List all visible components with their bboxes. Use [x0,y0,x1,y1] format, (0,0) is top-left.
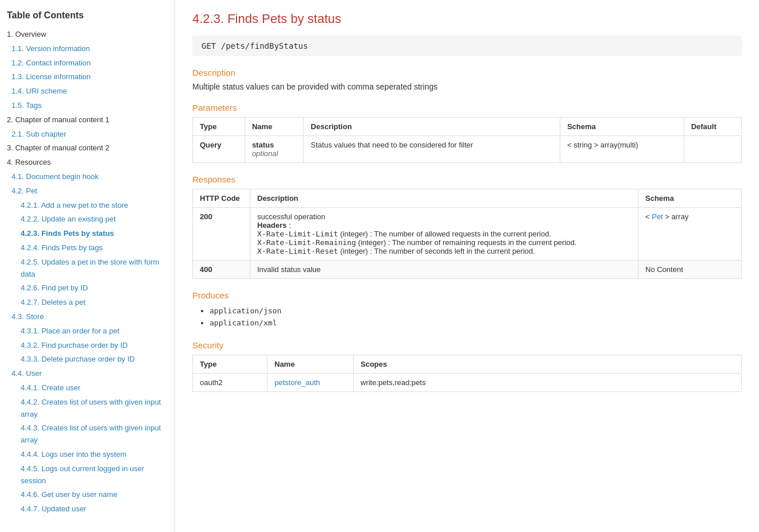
response-description: Invalid status value [250,261,638,279]
parameters-table: Type Name Description Schema Default Que… [192,117,742,163]
col-sec-scopes: Scopes [354,355,742,374]
col-schema: Schema [560,118,684,136]
sidebar-item-update-user[interactable]: 4.4.7. Updated user [0,502,175,517]
response-schema: No Content [638,261,742,279]
sidebar-item-user[interactable]: 4.4. User [0,367,175,381]
schema-link[interactable]: Pet [652,212,663,221]
sidebar-item-add-pet[interactable]: 4.2.1. Add a new pet to the store [0,199,175,213]
col-sec-name: Name [268,355,354,374]
response-schema: < Pet > array [638,208,742,261]
col-schema: Schema [638,189,742,208]
sidebar-item-version-info[interactable]: 1.1. Version information [0,42,175,56]
sidebar-item-chapter2[interactable]: 3. Chapter of manual content 2 [0,141,175,156]
sidebar-item-deletes-pet[interactable]: 4.2.7. Deletes a pet [0,296,175,310]
param-schema: < string > array(multi) [560,136,684,163]
sidebar-item-place-order[interactable]: 4.3.1. Place an order for a pet [0,324,175,339]
response-header-line: X-Rate-Limit-Remaining (integer) : The n… [257,238,631,247]
param-name: status optional [245,136,303,163]
response-desc-line: Invalid status value [257,265,631,274]
responses-title: Responses [192,174,742,184]
parameters-title: Parameters [192,103,742,112]
sidebar-item-logs-out[interactable]: 4.4.5. Logs out current logged in user s… [0,462,175,488]
response-description: successful operationHeaders :X-Rate-Limi… [250,208,638,261]
parameters-table-head: Type Name Description Schema Default [193,118,742,136]
sidebar-item-create-user[interactable]: 4.4.1. Create user [0,381,175,395]
sidebar-item-updates-pet-form[interactable]: 4.2.5. Updates a pet in the store with f… [0,255,175,282]
description-title: Description [192,68,742,77]
col-name: Name [245,118,303,136]
security-table: Type Name Scopes oauth2 petstore_auth wr… [192,355,742,392]
page-title: 4.2.3. Finds Pets by status [192,11,742,26]
col-desc: Description [250,189,638,208]
sidebar-item-delete-purchase[interactable]: 4.3.3. Delete purchase order by ID [0,352,175,367]
table-row: Query status optional Status values that… [193,136,742,163]
sidebar-item-finds-pets-status[interactable]: 4.2.3. Finds Pets by status [0,227,175,241]
col-type: Type [193,118,245,136]
sec-name: petstore_auth [268,374,354,392]
parameters-tbody: Query status optional Status values that… [193,136,742,163]
sec-type: oauth2 [193,374,268,392]
toc-title: Table of Contents [0,6,175,28]
responses-tbody: 200 successful operationHeaders :X-Rate-… [193,208,742,279]
response-header-line: X-Rate-Limit-Reset (integer) : The numbe… [257,247,631,255]
list-item: application/xml [210,317,742,329]
produces-title: Produces [192,290,742,300]
sidebar-item-contact-info[interactable]: 1.2. Contact information [0,56,175,71]
sidebar-item-logs-in[interactable]: 4.4.4. Logs user into the system [0,448,175,462]
sidebar-item-chapter1[interactable]: 2. Chapter of manual content 1 [0,113,175,127]
endpoint-box: GET /pets/findByStatus [192,36,742,56]
security-table-head: Type Name Scopes [193,355,742,374]
response-desc-line: successful operation [257,212,631,221]
sidebar-item-pet[interactable]: 4.2. Pet [0,184,175,199]
response-header-line: X-Rate-Limit-Limit (integer) : The numbe… [257,230,631,238]
table-row: 400 Invalid status value No Content [193,261,742,279]
sidebar-item-uri-scheme[interactable]: 1.4. URI scheme [0,84,175,99]
sidebar-item-overview[interactable]: 1. Overview [0,28,175,42]
param-description: Status values that need to be considered… [304,136,560,163]
produces-list: application/jsonapplication/xml [192,305,742,329]
col-sec-type: Type [193,355,268,374]
sec-scopes: write:pets,read:pets [354,374,742,392]
param-type: Query [193,136,245,163]
response-code: 200 [193,208,250,261]
sidebar-item-find-purchase[interactable]: 4.3.2. Find purchase order by ID [0,339,175,353]
description-text: Multiple status values can be provided w… [192,82,742,91]
param-default [684,136,741,163]
sidebar-item-subchapter1[interactable]: 2.1. Sub chapter [0,127,175,142]
sidebar: Table of Contents 1. Overview1.1. Versio… [0,0,175,532]
response-headers-label: Headers : [257,221,631,230]
sidebar-item-get-user[interactable]: 4.4.6. Get user by user name [0,488,175,502]
sidebar-item-store[interactable]: 4.3. Store [0,310,175,324]
responses-table-head: HTTP Code Description Schema [193,189,742,208]
col-http-code: HTTP Code [193,189,250,208]
security-title: Security [192,340,742,350]
table-row: 200 successful operationHeaders :X-Rate-… [193,208,742,261]
sidebar-item-license-info[interactable]: 1.3. License information [0,70,175,84]
security-tbody: oauth2 petstore_auth write:pets,read:pet… [193,374,742,392]
table-row: oauth2 petstore_auth write:pets,read:pet… [193,374,742,392]
sidebar-item-find-pet-id[interactable]: 4.2.6. Find pet by ID [0,281,175,296]
responses-table: HTTP Code Description Schema 200 success… [192,189,742,279]
main-content: 4.2.3. Finds Pets by status GET /pets/fi… [175,0,759,532]
sidebar-item-tags[interactable]: 1.5. Tags [0,99,175,113]
response-code: 400 [193,261,250,279]
sidebar-item-finds-pets-tags[interactable]: 4.2.4. Finds Pets by tags [0,241,175,255]
sidebar-item-update-pet[interactable]: 4.2.2. Update an existing pet [0,212,175,227]
list-item: application/json [210,305,742,317]
sidebar-item-doc-begin-hook[interactable]: 4.1. Document begin hook [0,170,175,184]
sidebar-item-creates-list-2[interactable]: 4.4.3. Creates list of users with given … [0,421,175,448]
col-description: Description [304,118,560,136]
col-default: Default [684,118,741,136]
sidebar-item-resources[interactable]: 4. Resources [0,156,175,170]
sidebar-item-creates-list-1[interactable]: 4.4.2. Creates list of users with given … [0,395,175,422]
